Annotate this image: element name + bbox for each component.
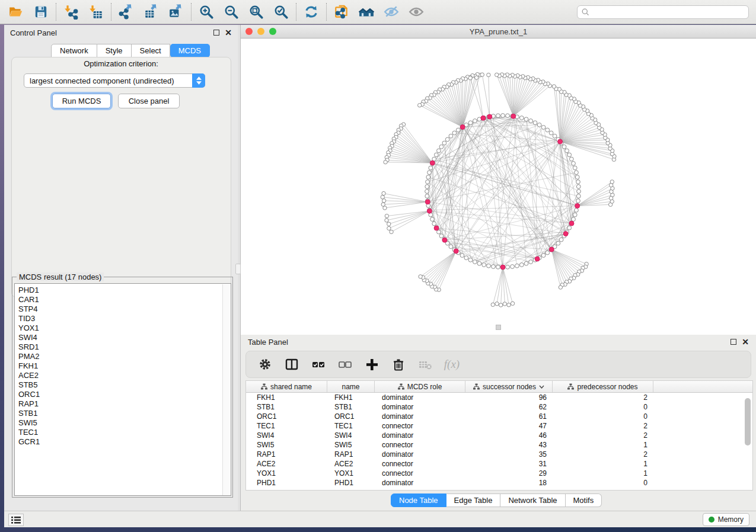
graph-node[interactable]	[491, 303, 495, 306]
graph-node[interactable]	[549, 131, 553, 135]
column-header-name[interactable]: name	[327, 381, 375, 392]
graph-node[interactable]	[437, 230, 441, 234]
graph-node[interactable]	[533, 121, 537, 125]
graph-node[interactable]	[495, 302, 499, 306]
network-graph[interactable]	[241, 39, 756, 335]
mcds-list-scrollbar[interactable]	[222, 284, 230, 496]
graph-node[interactable]	[506, 265, 510, 269]
table-row[interactable]: TEC1TEC1connector472	[246, 421, 752, 431]
mcds-result-item[interactable]: STB5	[18, 380, 231, 390]
export-network-button[interactable]	[114, 2, 139, 22]
graph-node[interactable]	[473, 119, 477, 123]
graph-node[interactable]	[535, 257, 540, 261]
table-row[interactable]: SWI4SWI4dominator462	[246, 431, 752, 440]
graph-node[interactable]	[567, 153, 572, 157]
graph-node[interactable]	[567, 226, 572, 230]
select-all-checks-button[interactable]	[310, 356, 327, 373]
graph-node[interactable]	[559, 286, 562, 289]
graph-node[interactable]	[499, 303, 502, 307]
graph-node[interactable]	[456, 128, 460, 132]
graph-node[interactable]	[426, 175, 430, 180]
graph-node[interactable]	[384, 160, 387, 164]
graph-node[interactable]	[541, 254, 546, 258]
zoom-fit-button[interactable]	[244, 2, 269, 22]
graph-node[interactable]	[430, 217, 435, 222]
graph-node[interactable]	[569, 221, 574, 226]
memory-button[interactable]: Memory	[703, 513, 749, 526]
mcds-result-item[interactable]: ACE2	[18, 371, 231, 380]
graph-node[interactable]	[541, 126, 546, 130]
graph-node[interactable]	[480, 73, 484, 76]
tab-node-table[interactable]: Node Table	[391, 493, 446, 507]
graph-node[interactable]	[546, 128, 550, 132]
first-neighbors-button[interactable]	[354, 2, 379, 22]
table-row[interactable]: STB1STB1dominator620	[246, 402, 752, 412]
graph-node[interactable]	[382, 191, 385, 195]
graph-node[interactable]	[468, 76, 472, 80]
tab-network-table[interactable]: Network Table	[500, 493, 565, 507]
graph-node[interactable]	[576, 185, 580, 189]
run-mcds-button[interactable]: Run MCDS	[52, 94, 111, 108]
mcds-result-item[interactable]: TEC1	[18, 428, 231, 437]
mcds-result-item[interactable]: PMA2	[18, 352, 231, 361]
graph-node[interactable]	[524, 261, 528, 265]
canvas-grip[interactable]	[496, 325, 501, 330]
mcds-result-item[interactable]: SRD1	[18, 342, 231, 352]
graph-node[interactable]	[501, 114, 505, 118]
tab-motifs[interactable]: Motifs	[566, 493, 602, 507]
refresh-view-button[interactable]	[299, 2, 324, 22]
table-row[interactable]: ORC1ORC1dominator610	[246, 412, 752, 421]
graph-node[interactable]	[426, 180, 430, 184]
graph-node[interactable]	[511, 302, 514, 305]
graph-node[interactable]	[452, 131, 457, 135]
graph-node[interactable]	[529, 260, 533, 264]
graph-node[interactable]	[549, 247, 554, 252]
export-image-button[interactable]	[164, 2, 189, 22]
search-field[interactable]	[577, 5, 749, 19]
graph-node[interactable]	[417, 103, 421, 107]
graph-node[interactable]	[556, 241, 560, 245]
mcds-result-item[interactable]: SWI4	[18, 333, 231, 342]
split-columns-button[interactable]	[283, 356, 300, 373]
table-scrollbar[interactable]	[745, 395, 751, 489]
close-table-panel-icon[interactable]: ✕	[742, 339, 749, 345]
network-canvas[interactable]	[241, 39, 756, 335]
graph-node[interactable]	[506, 114, 510, 118]
graph-node[interactable]	[511, 114, 516, 118]
tab-style[interactable]: Style	[97, 44, 132, 57]
graph-node[interactable]	[464, 256, 468, 260]
table-row[interactable]: YOX1YOX1connector291	[246, 469, 752, 478]
graph-node[interactable]	[442, 141, 446, 145]
column-header-MCDS-role[interactable]: MCDS role	[375, 381, 465, 392]
graph-node[interactable]	[473, 260, 477, 264]
close-panel-icon[interactable]: ✕	[225, 30, 232, 36]
graph-node[interactable]	[390, 230, 393, 233]
graph-node[interactable]	[576, 194, 580, 198]
mcds-result-item[interactable]: ORC1	[18, 390, 231, 399]
graph-node[interactable]	[610, 180, 614, 184]
graph-node[interactable]	[565, 149, 569, 153]
graph-node[interactable]	[553, 134, 557, 138]
graph-node[interactable]	[575, 208, 579, 212]
graph-node[interactable]	[546, 251, 550, 255]
mcds-result-item[interactable]: SWI5	[18, 418, 231, 428]
graph-node[interactable]	[575, 203, 580, 208]
graph-node[interactable]	[537, 123, 541, 127]
graph-node[interactable]	[559, 238, 563, 242]
open-file-button[interactable]	[4, 2, 28, 22]
graph-node[interactable]	[576, 199, 580, 203]
table-row[interactable]: SWI5SWI5connector431	[246, 440, 752, 450]
graph-node[interactable]	[575, 171, 579, 175]
table-scrollbar-thumb[interactable]	[745, 398, 751, 446]
mcds-result-item[interactable]: PHD1	[18, 286, 231, 295]
graph-node[interactable]	[519, 263, 524, 267]
graph-node[interactable]	[387, 222, 391, 226]
graph-node[interactable]	[477, 261, 481, 265]
graph-node[interactable]	[429, 166, 433, 170]
mcds-result-item[interactable]: GCR1	[18, 437, 231, 447]
graph-node[interactable]	[519, 116, 524, 120]
graph-node[interactable]	[573, 166, 577, 170]
gear-button[interactable]	[257, 356, 273, 373]
close-panel-button[interactable]: Close panel	[118, 94, 180, 108]
delete-column-button[interactable]	[390, 356, 407, 373]
